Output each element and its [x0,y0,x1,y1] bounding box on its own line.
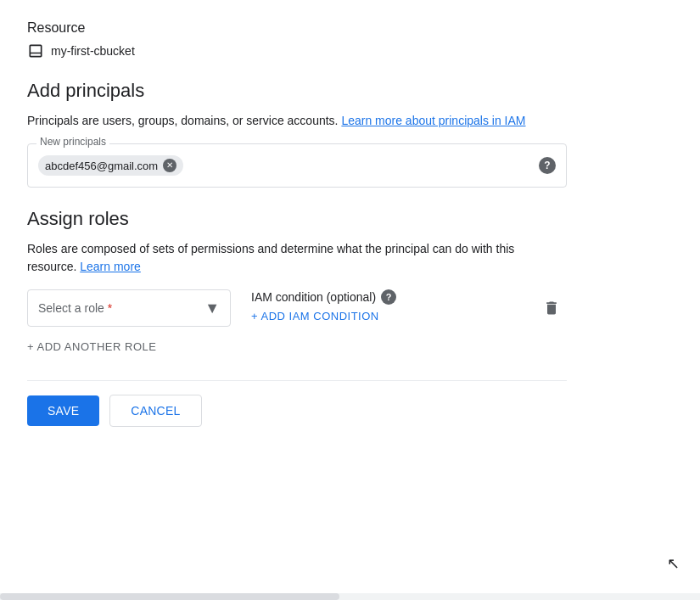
bucket-name: my-first-cbucket [51,44,135,58]
add-another-role-text: + ADD ANOTHER ROLE [27,340,156,353]
select-role-dropdown[interactable]: Select a role * ▼ [27,289,231,327]
chip-email-text: abcdef456@gmail.com [45,160,158,172]
scrollbar-thumb[interactable] [0,593,339,600]
assign-roles-heading: Assign roles [27,208,567,230]
required-star: * [108,301,112,315]
resource-label: Resource [27,20,567,36]
cursor-indicator: ↖ [667,554,680,573]
assign-roles-section: Assign roles Roles are composed of sets … [27,208,567,353]
divider [27,380,567,381]
action-buttons: SAVE CANCEL [27,395,567,427]
learn-more-roles-link[interactable]: Learn more [80,260,141,273]
assign-roles-description: Roles are composed of sets of permission… [27,240,567,276]
select-role-text: Select a role * [38,301,112,315]
add-principals-section: Add principals Principals are users, gro… [27,80,567,188]
cancel-button[interactable]: CANCEL [109,395,201,427]
iam-condition-label-row: IAM condition (optional) ? [251,289,396,305]
iam-condition-help-icon[interactable]: ? [381,289,396,305]
iam-condition-label-text: IAM condition (optional) [251,290,376,304]
add-iam-condition-link[interactable]: + ADD IAM CONDITION [251,310,396,322]
save-button[interactable]: SAVE [27,395,99,426]
new-principals-input-wrapper[interactable]: New principals abcdef456@gmail.com ✕ ? [27,143,567,188]
resource-section: Resource my-first-cbucket [27,20,567,59]
select-role-placeholder: Select a role [38,301,104,315]
delete-role-button[interactable] [536,293,567,323]
email-chip: abcdef456@gmail.com ✕ [38,155,183,176]
roles-row: Select a role * ▼ IAM condition (optiona… [27,289,567,327]
bottom-scrollbar[interactable] [0,593,700,600]
iam-condition-column: IAM condition (optional) ? + ADD IAM CON… [251,289,396,322]
principals-help-icon[interactable]: ? [539,157,556,174]
dropdown-arrow-icon: ▼ [204,300,220,317]
add-principals-description: Principals are users, groups, domains, o… [27,112,567,130]
learn-more-principals-link[interactable]: Learn more about principals in IAM [341,114,525,127]
add-principals-heading: Add principals [27,80,567,102]
bucket-icon [27,42,44,59]
chip-close-icon[interactable]: ✕ [163,159,176,172]
description-start-text: Principals are users, groups, domains, o… [27,114,339,127]
new-principals-label: New principals [36,136,109,148]
bucket-icon-row: my-first-cbucket [27,42,567,59]
page-container: Resource my-first-cbucket Add principals… [0,0,594,447]
add-another-role-button[interactable]: + ADD ANOTHER ROLE [27,340,567,353]
add-iam-condition-text: + ADD IAM CONDITION [251,310,379,322]
